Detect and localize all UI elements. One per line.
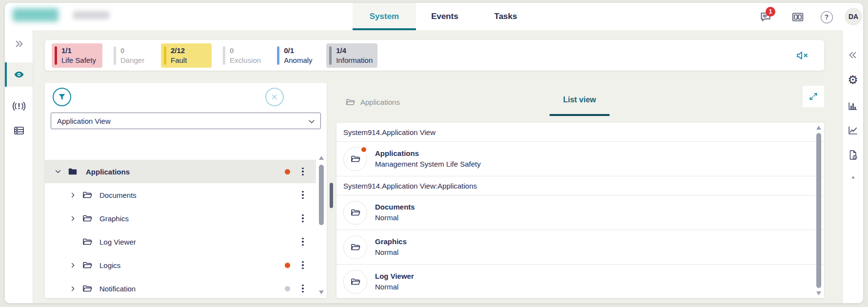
double-chevron-right-icon (14, 38, 24, 49)
scroll-down-arrow[interactable] (816, 291, 821, 295)
view-selector-value: Application View (57, 117, 111, 125)
tree-row-logics[interactable]: Logics (45, 253, 327, 277)
scrollbar-thumb[interactable] (816, 133, 821, 288)
item-subtitle: Normal (375, 247, 407, 258)
expand-diagonal-icon (809, 92, 818, 101)
tree-row-applications[interactable]: Applications (45, 160, 327, 183)
event-category-anomaly[interactable]: 0/1 Anomaly (274, 43, 318, 68)
expand-panel-button[interactable] (5, 33, 33, 55)
category-color-bar (277, 46, 279, 65)
folder-open-icon (82, 213, 93, 223)
help-button[interactable]: ? (820, 10, 833, 24)
item-title: Applications (375, 148, 481, 159)
chevron-right-icon[interactable] (68, 214, 77, 223)
scroll-up-arrow[interactable] (816, 126, 821, 130)
event-category-exclusion[interactable]: 0 Exclusion (220, 43, 266, 68)
tree-row-label: Logics (99, 261, 120, 269)
tree-scrollbar[interactable] (318, 156, 324, 294)
expand-pane-button[interactable] (803, 86, 824, 107)
row-menu-button[interactable] (298, 213, 307, 224)
trend-chart-button[interactable] (843, 123, 863, 138)
event-category-danger[interactable]: 0 Danger (111, 43, 153, 68)
system-view-button[interactable] (5, 62, 33, 87)
bar-chart-icon (848, 101, 858, 112)
filter-button[interactable] (53, 88, 71, 106)
category-label: Information (336, 56, 373, 65)
category-count: 0 (230, 46, 261, 56)
clear-filter-button[interactable] (265, 88, 284, 106)
event-category-information[interactable]: 1/4 Information (326, 43, 377, 68)
collapse-panel-button[interactable] (843, 48, 863, 62)
notification-badge: 1 (766, 7, 775, 17)
row-menu-button[interactable] (298, 283, 307, 294)
list-item-graphics[interactable]: Graphics Normal (336, 230, 824, 265)
scrollbar-thumb[interactable] (319, 165, 324, 225)
tab-list-view[interactable]: List view (550, 83, 610, 117)
trend-chart-icon (848, 125, 858, 136)
double-chevron-left-icon (848, 50, 858, 60)
item-title: Documents (375, 202, 415, 213)
close-icon (270, 92, 279, 102)
settings-gear-icon: ⚙ (848, 74, 858, 86)
more-options-button[interactable] (843, 170, 863, 185)
alarm-signal-icon (13, 101, 25, 112)
speaker-muted-icon (796, 50, 809, 61)
list-item-log-viewer[interactable]: Log Viewer Normal (336, 265, 824, 298)
list-item-documents[interactable]: Documents Normal (336, 195, 824, 230)
split-view-icon (791, 11, 804, 23)
scroll-up-arrow[interactable] (319, 156, 324, 160)
folder-open-icon (82, 284, 93, 293)
item-folder-avatar (343, 235, 367, 259)
list-group-header: System914.Application View (336, 123, 824, 142)
tree-row-log-viewer[interactable]: Log Viewer (45, 230, 327, 253)
split-view-button[interactable] (791, 10, 805, 24)
row-menu-button[interactable] (298, 166, 307, 177)
view-selector-dropdown[interactable]: Application View (51, 113, 321, 129)
application-window: System Events Tasks 1 (0, 0, 868, 307)
list-item-applications[interactable]: Applications Management System Life Safe… (336, 142, 824, 176)
chat-button[interactable]: 1 (759, 10, 772, 24)
chevron-right-icon[interactable] (68, 191, 77, 199)
category-color-bar (329, 46, 332, 65)
tree-row-label: Log Viewer (99, 238, 136, 246)
scroll-down-arrow[interactable] (319, 290, 324, 294)
row-menu-button[interactable] (298, 260, 307, 270)
server-rack-button[interactable] (5, 120, 33, 141)
tree-row-notification[interactable]: Notification (45, 277, 327, 298)
category-label: Exclusion (230, 56, 261, 65)
tree-row-graphics[interactable]: Graphics (45, 207, 327, 230)
tab-system[interactable]: System (353, 3, 416, 30)
system-tree: Applications Documents (45, 160, 327, 298)
category-count: 2/12 (171, 46, 187, 56)
chevron-down-icon (307, 116, 316, 126)
top-bar: System Events Tasks 1 (5, 3, 863, 30)
breadcrumb[interactable]: Applications (345, 97, 400, 107)
row-menu-button[interactable] (298, 190, 307, 200)
tree-row-documents[interactable]: Documents (45, 183, 327, 207)
bar-chart-button[interactable] (843, 99, 863, 114)
chevron-down-icon[interactable] (54, 167, 62, 176)
item-folder-avatar (343, 147, 367, 171)
row-menu-button[interactable] (298, 236, 307, 247)
status-dot-red (360, 146, 367, 153)
alarm-signal-button[interactable] (5, 96, 33, 117)
tab-list-view-label: List view (563, 96, 596, 104)
event-category-life-safety[interactable]: 1/1 Life Safety (52, 43, 102, 68)
status-dot-gray (285, 286, 290, 291)
panel-splitter-handle[interactable] (330, 183, 333, 208)
category-color-bar (223, 46, 225, 65)
item-title: Graphics (375, 236, 407, 248)
tab-tasks[interactable]: Tasks (486, 3, 526, 30)
scheduled-report-button[interactable] (843, 148, 863, 162)
user-avatar[interactable]: DA (845, 8, 862, 25)
group-header-label: System914.Application View (343, 128, 435, 136)
chevron-right-icon[interactable] (68, 284, 77, 293)
category-color-bar (114, 46, 116, 65)
event-category-fault[interactable]: 2/12 Fault (161, 43, 212, 68)
list-scrollbar[interactable] (816, 126, 822, 295)
tab-events[interactable]: Events (422, 3, 467, 30)
mute-sound-button[interactable] (796, 50, 809, 61)
settings-button[interactable]: ⚙ (843, 73, 863, 87)
chevron-right-icon[interactable] (68, 261, 77, 269)
category-count: 1/1 (61, 46, 96, 56)
